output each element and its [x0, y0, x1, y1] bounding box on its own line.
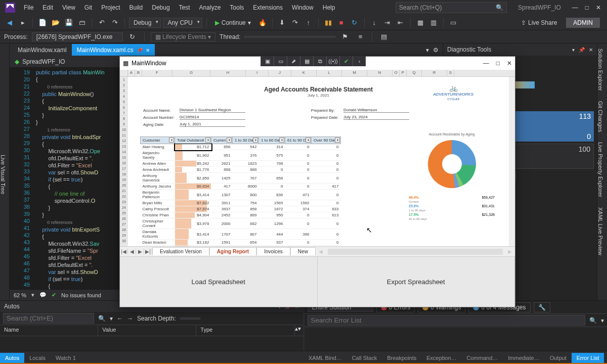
collapse-icon[interactable]: ‹	[353, 56, 366, 66]
tab-call-stack[interactable]: Call Stack	[347, 353, 382, 363]
scroll-right-button[interactable]: ▶	[505, 249, 515, 254]
menu-help[interactable]: Help	[318, 2, 340, 13]
stack-icon[interactable]: ▤	[378, 31, 389, 42]
sheet-tab-eval[interactable]: Evaluation Version	[152, 247, 209, 255]
maximize-button[interactable]: □	[585, 4, 589, 11]
tab-command-[interactable]: Command…	[462, 353, 503, 363]
sheet-tab-aging[interactable]: Aging Report	[209, 247, 256, 255]
spread-control[interactable]: ABFGHIJKLMNOPQRS 12345678910111213141516…	[120, 70, 515, 256]
thread-dropdown[interactable]	[244, 36, 335, 38]
tool-icon[interactable]: ↓	[369, 17, 380, 28]
panel-close-icon[interactable]: ✕	[589, 47, 593, 53]
aging-table[interactable]: Customer▾Total Outstandi▾Curren▾1 to 30 …	[140, 136, 341, 246]
save-all-icon[interactable]: 🗃	[76, 17, 88, 28]
error-search-input[interactable]	[308, 315, 586, 326]
tab-xaml-bind-[interactable]: XAML Bind…	[304, 353, 347, 363]
tab-exception-[interactable]: Exception…	[421, 353, 461, 363]
sheet-tab-invoices[interactable]: Invoices	[256, 247, 290, 255]
save-icon[interactable]: 💾	[63, 17, 74, 28]
panel-pin-icon[interactable]: 📌	[579, 47, 585, 53]
bind-icon[interactable]: ⧉	[313, 56, 326, 66]
tab-xaml[interactable]: MainWindow.xaml	[13, 44, 72, 56]
menu-window[interactable]: Window	[287, 2, 318, 13]
xaml-icon[interactable]: ▦	[300, 56, 313, 66]
flag-icon[interactable]: ⚑	[339, 31, 351, 42]
process-dropdown[interactable]: [26676] SpreadWPF_IO.exe	[32, 32, 123, 41]
menu-file[interactable]: File	[19, 2, 38, 13]
restart-icon[interactable]: ↻	[349, 17, 360, 28]
hot-reload-icon[interactable]: 🔥	[257, 17, 268, 28]
scroll-left-button[interactable]: ◀	[316, 249, 326, 254]
stop-icon[interactable]: ■	[336, 17, 347, 28]
redo-icon[interactable]: ↷	[109, 17, 120, 28]
access-icon[interactable]: ((•))	[326, 56, 339, 66]
search-icon[interactable]: 🔍	[589, 317, 597, 324]
tab-immediate-[interactable]: Immediate…	[503, 353, 544, 363]
export-spreadsheet-button[interactable]: Export Spreadsheet	[318, 257, 515, 307]
step-icon[interactable]: ⬇	[277, 17, 288, 28]
tab-overflow-icon[interactable]: ▾	[426, 47, 429, 54]
autos-search-input[interactable]	[3, 313, 94, 324]
horizontal-scrollbar[interactable]	[328, 249, 503, 255]
layout-icon[interactable]: ▭	[274, 56, 287, 66]
menu-analyze[interactable]: Analyze	[195, 2, 226, 13]
admin-badge[interactable]: ADMIN	[566, 18, 600, 28]
close-tab-icon[interactable]: ✕	[146, 48, 150, 53]
lifecycle-dropdown[interactable]: ▦ Lifecycle Events ▾	[151, 32, 215, 41]
minimize-button[interactable]: —	[572, 4, 578, 11]
load-spreadsheet-button[interactable]: Load Spreadsheet	[120, 257, 318, 307]
live-property-tab[interactable]: Live Property Explorer	[597, 142, 607, 197]
menu-project[interactable]: Project	[97, 2, 124, 13]
pin-icon[interactable]: 📌	[137, 48, 143, 53]
quick-search-input[interactable]: Search (Ctrl+Q) 🔍	[396, 2, 507, 13]
tab-error-list[interactable]: Error List	[572, 353, 604, 363]
live-visual-tree-tab[interactable]: Live Visual Tree	[0, 43, 10, 300]
menu-git[interactable]: Git	[80, 2, 97, 13]
tool3-icon[interactable]: ⇤	[395, 17, 406, 28]
pause-icon[interactable]: ▮▮	[323, 17, 334, 28]
build-filter[interactable]: 🔧	[534, 302, 550, 312]
select-element-icon[interactable]: ▣	[261, 56, 274, 66]
app-minimize-button[interactable]: —	[483, 60, 489, 67]
app-maximize-button[interactable]: □	[496, 60, 500, 67]
menu-extensions[interactable]: Extensions	[248, 2, 287, 13]
tool6-icon[interactable]: ▭	[448, 17, 459, 28]
live-share-button[interactable]: ⇪ Live Share	[517, 18, 561, 27]
xaml-preview-tab[interactable]: XAML Live Preview	[597, 207, 607, 255]
next-sheet-button[interactable]: ▶	[136, 249, 144, 254]
panel-dropdown-icon[interactable]: ▾	[572, 47, 575, 53]
solution-explorer-tab[interactable]: Solution Explorer	[597, 49, 607, 91]
zoom-level[interactable]: 62 %	[14, 292, 26, 298]
menu-view[interactable]: View	[58, 2, 80, 13]
prev-sheet-button[interactable]: ◀	[128, 249, 136, 254]
new-file-icon[interactable]: 📄	[37, 17, 48, 28]
nav-fwd-icon[interactable]: ▸	[17, 17, 28, 28]
tab-output[interactable]: Output	[545, 353, 572, 363]
col-value[interactable]: Value	[98, 325, 196, 336]
first-sheet-button[interactable]: |◀	[120, 249, 128, 254]
open-icon[interactable]: 📂	[50, 17, 61, 28]
platform-dropdown[interactable]: Any CPU	[163, 18, 202, 28]
sheet-tab-new[interactable]: New	[290, 247, 316, 255]
nav-back-icon[interactable]: ◀	[4, 17, 15, 28]
autos-tab[interactable]: Autos	[0, 353, 24, 363]
col-name[interactable]: Name	[0, 325, 98, 336]
hot-reload-ok-icon[interactable]: ✔	[339, 56, 353, 66]
git-changes-tab[interactable]: Git Changes	[597, 101, 607, 132]
step-over-icon[interactable]: ↷	[290, 17, 301, 28]
config-dropdown[interactable]: Debug	[129, 18, 161, 28]
refresh-icon[interactable]: ↻	[127, 31, 138, 42]
menu-build[interactable]: Build	[125, 2, 148, 13]
menu-edit[interactable]: Edit	[38, 2, 58, 13]
tab-xaml-cs[interactable]: MainWindow.xaml.cs📌✕	[72, 44, 155, 56]
undo-icon[interactable]: ↶	[96, 17, 107, 28]
app-close-button[interactable]: ✕	[507, 60, 512, 67]
tool2-icon[interactable]: ⇥	[382, 17, 393, 28]
menu-tools[interactable]: Tools	[225, 2, 248, 13]
close-button[interactable]: ✕	[596, 4, 601, 11]
thread2-icon[interactable]: ≡	[355, 31, 366, 42]
step-out-icon[interactable]: ↑	[303, 17, 314, 28]
watch-tab[interactable]: Watch 1	[51, 353, 81, 363]
vertical-scrollbar[interactable]	[509, 77, 515, 246]
menu-test[interactable]: Test	[175, 2, 195, 13]
